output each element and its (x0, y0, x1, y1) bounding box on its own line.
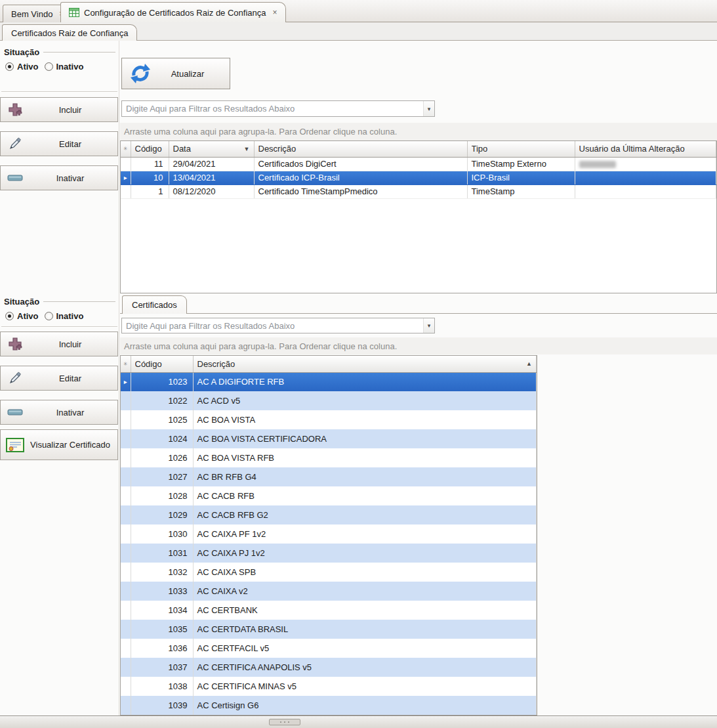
radio-ativo[interactable]: Ativo (5, 311, 39, 321)
group-by-panel-top[interactable]: Arraste uma coluna aqui para agrupa-la. … (120, 123, 717, 140)
situacao-group-title-top: Situação (4, 47, 115, 57)
cell-codigo: 1029 (131, 505, 193, 525)
cell-descricao: AC CERTFACIL v5 (193, 639, 537, 658)
row-indicator (121, 620, 131, 639)
cell-codigo: 1025 (131, 410, 193, 429)
cell-descricao: Certificado TimeStampPmedico (254, 184, 467, 198)
table-row[interactable]: 1032AC CAIXA SPB (121, 563, 537, 582)
plus-icon (1, 337, 30, 351)
column-header-descricao[interactable]: Descrição▲ (193, 356, 537, 372)
column-header-codigo[interactable]: Código (131, 356, 193, 372)
table-row[interactable]: 1036AC CERTFACIL v5 (121, 639, 537, 658)
tab-certificados[interactable]: Certificados (122, 295, 187, 314)
sort-asc-icon: ▲ (526, 360, 532, 367)
splitter-bar[interactable] (0, 716, 717, 728)
table-row[interactable]: 1027AC BR RFB G4 (121, 467, 537, 486)
radio-circle (5, 312, 14, 320)
table-row[interactable]: 1035AC CERTDATA BRASIL (121, 620, 537, 639)
cell-codigo: 10 (131, 171, 169, 184)
radio-inativo[interactable]: Inativo (45, 62, 84, 72)
cell-descricao: AC A DIGIFORTE RFB (193, 372, 537, 391)
chevron-down-icon[interactable]: ▾ (423, 101, 434, 116)
cell-descricao: AC CAIXA PJ 1v2 (193, 544, 537, 563)
table-row[interactable]: 1025AC BOA VISTA (121, 410, 537, 429)
cell-descricao: AC CERTIFICA MINAS v5 (193, 677, 537, 696)
visualizar-certificado-button[interactable]: Visualizar Certificado (0, 429, 118, 460)
radio-circle (5, 62, 14, 71)
cell-descricao: AC CAIXA SPB (193, 563, 537, 582)
column-header-tipo[interactable]: Tipo (467, 141, 575, 157)
close-icon[interactable]: × (273, 9, 277, 16)
table-row[interactable]: 1028AC CACB RFB (121, 486, 537, 505)
cell-codigo: 1026 (131, 448, 193, 467)
cell-codigo: 1036 (131, 639, 193, 658)
tab-configuracao-label: Configuração de Certificados Raiz de Con… (84, 8, 266, 18)
plus-icon (1, 102, 30, 117)
group-by-panel-bottom[interactable]: Arraste uma coluna aqui para agrupa-la. … (120, 337, 717, 354)
table-row[interactable]: ▸1023AC A DIGIFORTE RFB (121, 372, 537, 391)
row-indicator-arrow: ▸ (121, 171, 131, 184)
sort-desc-icon: ▼ (244, 146, 250, 152)
incluir-button-bottom[interactable]: Incluir (0, 332, 118, 356)
tab-certificados-raiz-label: Certificados Raiz de Confiança (11, 28, 128, 38)
table-row[interactable]: 1031AC CAIXA PJ 1v2 (121, 544, 537, 563)
table-row[interactable]: 1037AC CERTIFICA ANAPOLIS v5 (121, 658, 537, 677)
certificados-raiz-grid: ✳ Código Data▼ Descrição Tipo Usuário da (120, 140, 717, 293)
row-indicator (121, 563, 131, 582)
separator (1, 91, 117, 93)
column-header-codigo[interactable]: Código (131, 141, 169, 157)
cell-descricao: AC CACB RFB (193, 486, 537, 505)
table-row[interactable]: 1024AC BOA VISTA CERTIFICADORA (121, 429, 537, 448)
editar-button[interactable]: Editar (0, 131, 118, 156)
table-row[interactable]: 1039AC Certisign G6 (121, 696, 537, 715)
separator (1, 326, 117, 328)
row-indicator (121, 467, 131, 486)
app-window: Bem Vindo × Configuração de Certificados… (0, 0, 717, 728)
table-row[interactable]: 1034AC CERTBANK (121, 601, 537, 620)
chevron-down-icon[interactable]: ▾ (423, 318, 434, 333)
table-row[interactable]: ▸1013/04/2021Certificado ICP-BrasilICP-B… (121, 171, 716, 184)
radio-inativo-label: Inativo (56, 62, 84, 72)
table-row[interactable]: 1030AC CAIXA PF 1v2 (121, 525, 537, 544)
tab-configuracao-certificados[interactable]: Configuração de Certificados Raiz de Con… (60, 2, 286, 22)
radio-inativo[interactable]: Inativo (45, 311, 84, 321)
editar-button-bottom[interactable]: Editar (0, 366, 118, 391)
cell-descricao: AC ACD v5 (193, 391, 537, 410)
inativar-button[interactable]: Inativar (0, 165, 118, 190)
table-row[interactable]: 1038AC CERTIFICA MINAS v5 (121, 677, 537, 696)
cell-codigo: 1033 (131, 582, 193, 601)
column-header-descricao[interactable]: Descrição (254, 141, 467, 157)
cell-tipo: ICP-Brasil (467, 171, 575, 184)
row-indicator (121, 582, 131, 601)
table-row[interactable]: 108/12/2020Certificado TimeStampPmedicoT… (121, 184, 716, 198)
tabpage-border (120, 313, 717, 314)
column-header-usuario[interactable]: Usuário da Última Alteração (575, 141, 716, 157)
row-indicator (121, 601, 131, 620)
main-tab-strip: Bem Vindo × Configuração de Certificados… (0, 0, 717, 22)
table-row[interactable]: 1026AC BOA VISTA RFB (121, 448, 537, 467)
certificates-table-icon (69, 8, 79, 17)
row-indicator (121, 410, 131, 429)
grid-header-row: ✳ Código Data▼ Descrição Tipo Usuário da (121, 141, 716, 157)
tab-certificados-raiz[interactable]: Certificados Raiz de Confiança (2, 24, 137, 41)
splitter-handle[interactable] (269, 719, 300, 725)
table-row[interactable]: 1129/04/2021Certificados DigiCertTimeSta… (121, 157, 716, 171)
cell-descricao: AC CAIXA PF 1v2 (193, 525, 537, 544)
radio-ativo[interactable]: Ativo (5, 62, 39, 72)
filter-input-bottom[interactable] (122, 318, 423, 333)
cell-descricao: AC CERTDATA BRASIL (193, 620, 537, 639)
radio-circle (45, 62, 53, 71)
incluir-button[interactable]: Incluir (0, 97, 118, 122)
radio-ativo-label: Ativo (17, 62, 39, 72)
inativar-button-bottom[interactable]: Inativar (0, 400, 118, 425)
filter-input-top[interactable] (122, 101, 423, 116)
cell-descricao: AC CERTBANK (193, 601, 537, 620)
table-row[interactable]: 1033AC CAIXA v2 (121, 582, 537, 601)
table-row[interactable]: 1022AC ACD v5 (121, 391, 537, 410)
atualizar-button[interactable]: Atualizar (121, 58, 230, 89)
radio-inativo-label: Inativo (56, 311, 84, 321)
cell-data: 29/04/2021 (169, 157, 254, 171)
table-row[interactable]: 1029AC CACB RFB G2 (121, 505, 537, 525)
column-header-data[interactable]: Data▼ (169, 141, 254, 157)
inactivate-bar-icon (1, 175, 30, 181)
